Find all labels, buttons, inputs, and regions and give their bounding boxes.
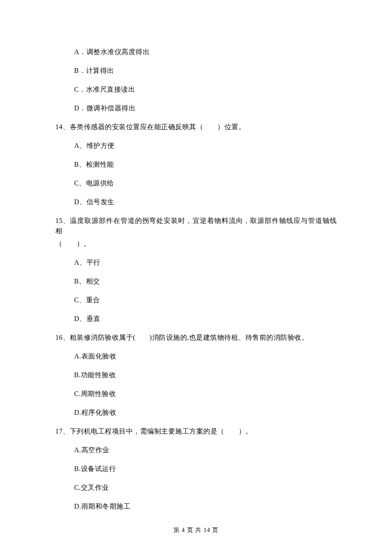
- q15-option-c: C、重合: [74, 295, 337, 305]
- q15-stem-line1: 15、温度取源部件在管道的拐弯处安装时，宜逆着物料流向，取源部件轴线应与管道轴线…: [55, 216, 337, 236]
- q14-option-a: A、维护方便: [74, 141, 337, 151]
- q15-options: A、平行 B、相交 C、重合 D、垂直: [55, 257, 337, 324]
- q13-option-a: A．调整水准仪高度得出: [74, 47, 337, 57]
- q15-option-b: B、相交: [74, 276, 337, 286]
- q17-option-b: B.设备试运行: [74, 464, 337, 474]
- q16-option-c: C.周期性验收: [74, 389, 337, 399]
- q17-stem: 17、下列机电工程项目中，需编制主要施工方案的是（ ）。: [55, 426, 337, 436]
- q16-options: A.表面化验收 B.功能性验收 C.周期性验收 D.程序化验收: [55, 351, 337, 418]
- q15-stem-line2: （ ）。: [55, 239, 337, 249]
- q13-option-b: B．计算得出: [74, 66, 337, 76]
- q14-options: A、维护方便 B、检测性能 C、电源供给 D、信号发生: [55, 141, 337, 207]
- q16-option-b: B.功能性验收: [74, 370, 337, 380]
- q17-option-a: A.高空作业: [74, 445, 337, 455]
- q13-continued-options: A．调整水准仪高度得出 B．计算得出 C．水准尺直接读出 D．微调补偿器得出: [55, 47, 337, 113]
- q16-stem: 16、粗装修消防验收属于( )消防设施的,也是建筑物待租、待售前的消防验收。: [55, 332, 337, 343]
- q17-options: A.高空作业 B.设备试运行 C.交叉作业 D.雨期和冬期施工: [55, 445, 337, 512]
- q13-option-d: D．微调补偿器得出: [74, 103, 337, 113]
- q14-option-c: C、电源供给: [74, 178, 337, 188]
- q17-option-d: D.雨期和冬期施工: [74, 501, 337, 512]
- q16-option-a: A.表面化验收: [74, 351, 337, 361]
- q15-option-a: A、平行: [74, 257, 337, 268]
- q15-option-d: D、垂直: [74, 314, 337, 324]
- q14-option-d: D、信号发生: [74, 197, 337, 207]
- page-footer: 第 4 页 共 14 页: [0, 526, 392, 535]
- q14-option-b: B、检测性能: [74, 159, 337, 170]
- q13-option-c: C．水准尺直接读出: [74, 84, 337, 95]
- q14-stem: 14、各类传感器的安装位置应在能正确反映其（ ）位置。: [55, 122, 337, 132]
- q16-option-d: D.程序化验收: [74, 408, 337, 418]
- q17-option-c: C.交叉作业: [74, 483, 337, 493]
